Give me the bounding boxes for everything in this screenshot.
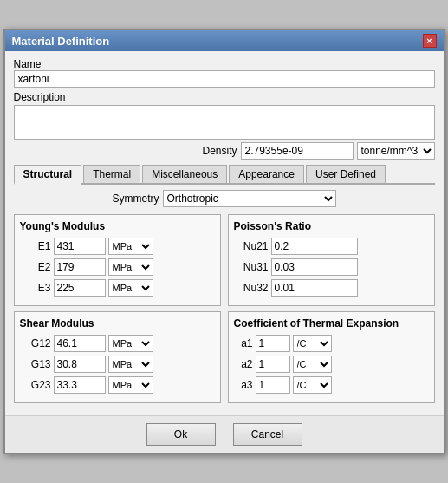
a1-row: a1 /C/K/F xyxy=(234,335,429,352)
top-panels: Young's Modulus E1 MPaGPaPa E2 MPaGPaPa xyxy=(14,214,435,306)
e1-unit-select[interactable]: MPaGPaPa xyxy=(108,238,153,255)
e1-input[interactable] xyxy=(54,238,106,255)
name-label: Name xyxy=(14,58,432,70)
g23-label: G23 xyxy=(20,379,51,391)
description-textarea[interactable] xyxy=(14,105,435,140)
g13-unit-select[interactable]: MPaGPaPa xyxy=(108,356,153,373)
e2-input[interactable] xyxy=(54,258,106,276)
density-input[interactable] xyxy=(241,142,354,160)
g13-label: G13 xyxy=(20,358,51,370)
tab-thermal[interactable]: Thermal xyxy=(83,165,140,183)
poissons-ratio-panel: Poisson's Ratio Nu21 Nu31 Nu32 xyxy=(228,214,435,306)
density-row: Density tonne/mm^3 kg/m^3 g/cm^3 xyxy=(14,142,435,160)
symmetry-label: Symmetry xyxy=(113,193,159,205)
density-unit-select[interactable]: tonne/mm^3 kg/m^3 g/cm^3 xyxy=(357,142,435,160)
a2-input[interactable] xyxy=(256,356,290,373)
tab-structural[interactable]: Structural xyxy=(14,165,82,185)
name-input[interactable] xyxy=(14,70,435,88)
e3-label: E3 xyxy=(20,282,51,294)
tabs: Structural Thermal Miscellaneous Appeara… xyxy=(14,165,435,185)
e2-label: E2 xyxy=(20,261,51,273)
tab-appearance[interactable]: Appearance xyxy=(229,165,304,183)
nu31-input[interactable] xyxy=(271,258,358,276)
e3-row: E3 MPaGPaPa xyxy=(20,279,215,297)
nu21-input[interactable] xyxy=(271,238,358,255)
coeff-thermal-panel: Coefficient of Thermal Expansion a1 /C/K… xyxy=(228,311,435,403)
dialog-title: Material Definition xyxy=(12,35,110,48)
a1-input[interactable] xyxy=(256,335,290,352)
name-row: Name xyxy=(14,58,435,88)
symmetry-row: Symmetry Orthotropic Isotropic Anisotrop… xyxy=(14,190,435,207)
nu21-row: Nu21 xyxy=(234,238,429,255)
dialog-body: Name Description Density tonne/mm^3 kg/m… xyxy=(5,51,444,415)
e3-input[interactable] xyxy=(54,279,106,297)
a2-label: a2 xyxy=(234,358,253,370)
tab-miscellaneous[interactable]: Miscellaneous xyxy=(142,165,227,183)
youngs-modulus-title: Young's Modulus xyxy=(20,220,215,232)
bottom-panels: Shear Modulus G12 MPaGPaPa G13 MPaGPaPa xyxy=(14,311,435,403)
symmetry-select[interactable]: Orthotropic Isotropic Anisotropic xyxy=(163,190,336,207)
a3-row: a3 /C/K/F xyxy=(234,376,429,394)
nu32-row: Nu32 xyxy=(234,279,429,297)
nu31-row: Nu31 xyxy=(234,258,429,276)
e2-row: E2 MPaGPaPa xyxy=(20,258,215,276)
g12-input[interactable] xyxy=(54,335,106,352)
ok-button[interactable]: Ok xyxy=(146,423,216,446)
description-label: Description xyxy=(14,91,435,103)
nu32-input[interactable] xyxy=(271,279,358,297)
a3-label: a3 xyxy=(234,379,253,391)
material-definition-dialog: Material Definition × Name Description D… xyxy=(3,29,445,454)
description-section: Description xyxy=(14,91,435,142)
a1-unit-select[interactable]: /C/K/F xyxy=(293,335,332,352)
g23-row: G23 MPaGPaPa xyxy=(20,376,215,394)
a2-row: a2 /C/K/F xyxy=(234,356,429,373)
a2-unit-select[interactable]: /C/K/F xyxy=(293,356,332,373)
g12-row: G12 MPaGPaPa xyxy=(20,335,215,352)
tab-user-defined[interactable]: User Defined xyxy=(306,165,386,183)
poissons-ratio-title: Poisson's Ratio xyxy=(234,220,429,232)
density-label: Density xyxy=(202,145,237,157)
youngs-modulus-panel: Young's Modulus E1 MPaGPaPa E2 MPaGPaPa xyxy=(14,214,221,306)
close-button[interactable]: × xyxy=(423,34,437,48)
g23-unit-select[interactable]: MPaGPaPa xyxy=(108,376,153,394)
g13-row: G13 MPaGPaPa xyxy=(20,356,215,373)
shear-modulus-panel: Shear Modulus G12 MPaGPaPa G13 MPaGPaPa xyxy=(14,311,221,403)
nu31-label: Nu31 xyxy=(234,261,269,273)
footer: Ok Cancel xyxy=(5,415,444,453)
g13-input[interactable] xyxy=(54,356,106,373)
coeff-thermal-title: Coefficient of Thermal Expansion xyxy=(234,317,429,330)
nu21-label: Nu21 xyxy=(234,240,269,252)
cancel-button[interactable]: Cancel xyxy=(233,423,302,446)
nu32-label: Nu32 xyxy=(234,282,269,294)
e1-row: E1 MPaGPaPa xyxy=(20,238,215,255)
a1-label: a1 xyxy=(234,337,253,349)
g23-input[interactable] xyxy=(54,376,106,394)
e2-unit-select[interactable]: MPaGPaPa xyxy=(108,258,153,276)
shear-modulus-title: Shear Modulus xyxy=(20,317,215,330)
e1-label: E1 xyxy=(20,240,51,252)
a3-unit-select[interactable]: /C/K/F xyxy=(293,376,332,394)
g12-unit-select[interactable]: MPaGPaPa xyxy=(108,335,153,352)
g12-label: G12 xyxy=(20,337,51,349)
title-bar: Material Definition × xyxy=(5,30,444,51)
a3-input[interactable] xyxy=(256,376,290,394)
e3-unit-select[interactable]: MPaGPaPa xyxy=(108,279,153,297)
